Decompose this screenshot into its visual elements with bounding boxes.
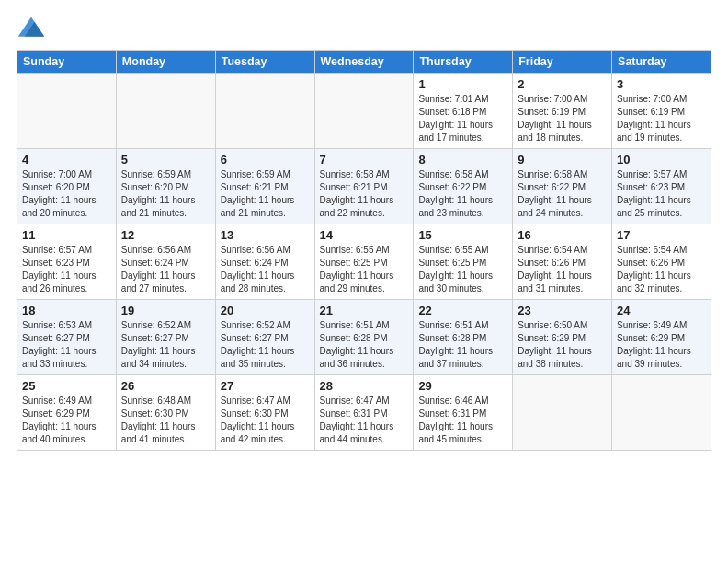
- day-number: 19: [121, 304, 210, 317]
- calendar-cell: 9Sunrise: 6:58 AM Sunset: 6:22 PM Daylig…: [513, 149, 612, 224]
- calendar-week-row: 25Sunrise: 6:49 AM Sunset: 6:29 PM Dayli…: [17, 375, 711, 451]
- cell-info: Sunrise: 6:51 AM Sunset: 6:28 PM Dayligh…: [418, 319, 507, 371]
- calendar-cell: 14Sunrise: 6:55 AM Sunset: 6:25 PM Dayli…: [314, 224, 414, 300]
- calendar-cell: 5Sunrise: 6:59 AM Sunset: 6:20 PM Daylig…: [116, 149, 215, 224]
- calendar-cell: 27Sunrise: 6:47 AM Sunset: 6:30 PM Dayli…: [215, 375, 314, 451]
- calendar-cell: 2Sunrise: 7:00 AM Sunset: 6:19 PM Daylig…: [513, 74, 612, 149]
- calendar-header-thursday: Thursday: [414, 51, 513, 74]
- day-number: 24: [617, 304, 706, 317]
- day-number: 13: [221, 228, 310, 242]
- cell-info: Sunrise: 6:52 AM Sunset: 6:27 PM Dayligh…: [221, 319, 310, 371]
- cell-info: Sunrise: 6:49 AM Sunset: 6:29 PM Dayligh…: [22, 395, 111, 446]
- calendar-cell: 10Sunrise: 6:57 AM Sunset: 6:23 PM Dayli…: [612, 149, 711, 224]
- calendar-header-friday: Friday: [513, 51, 612, 74]
- day-number: 2: [518, 77, 607, 91]
- calendar-cell: 13Sunrise: 6:56 AM Sunset: 6:24 PM Dayli…: [215, 224, 314, 300]
- cell-info: Sunrise: 6:53 AM Sunset: 6:27 PM Dayligh…: [22, 319, 111, 371]
- cell-info: Sunrise: 6:48 AM Sunset: 6:30 PM Dayligh…: [121, 395, 210, 446]
- cell-info: Sunrise: 6:58 AM Sunset: 6:22 PM Dayligh…: [518, 168, 607, 220]
- cell-info: Sunrise: 6:49 AM Sunset: 6:29 PM Dayligh…: [617, 319, 706, 371]
- calendar-cell: 26Sunrise: 6:48 AM Sunset: 6:30 PM Dayli…: [116, 375, 215, 451]
- calendar-cell: 15Sunrise: 6:55 AM Sunset: 6:25 PM Dayli…: [414, 224, 513, 300]
- calendar-week-row: 4Sunrise: 7:00 AM Sunset: 6:20 PM Daylig…: [17, 149, 711, 224]
- calendar-header-saturday: Saturday: [612, 51, 711, 74]
- calendar-week-row: 1Sunrise: 7:01 AM Sunset: 6:18 PM Daylig…: [17, 74, 711, 149]
- day-number: 29: [418, 379, 507, 393]
- calendar-cell: [612, 375, 711, 451]
- day-number: 5: [121, 153, 210, 167]
- day-number: 11: [22, 228, 111, 242]
- calendar-week-row: 18Sunrise: 6:53 AM Sunset: 6:27 PM Dayli…: [17, 300, 711, 375]
- day-number: 15: [418, 228, 507, 242]
- cell-info: Sunrise: 6:55 AM Sunset: 6:25 PM Dayligh…: [418, 244, 507, 295]
- calendar-header-sunday: Sunday: [17, 51, 117, 74]
- day-number: 3: [617, 77, 706, 91]
- calendar-week-row: 11Sunrise: 6:57 AM Sunset: 6:23 PM Dayli…: [17, 224, 711, 300]
- calendar: SundayMondayTuesdayWednesdayThursdayFrid…: [17, 50, 711, 451]
- calendar-header-monday: Monday: [116, 51, 215, 74]
- calendar-header-row: SundayMondayTuesdayWednesdayThursdayFrid…: [17, 51, 711, 74]
- cell-info: Sunrise: 6:58 AM Sunset: 6:21 PM Dayligh…: [320, 168, 409, 220]
- cell-info: Sunrise: 6:47 AM Sunset: 6:31 PM Dayligh…: [320, 395, 409, 446]
- cell-info: Sunrise: 6:54 AM Sunset: 6:26 PM Dayligh…: [617, 244, 706, 295]
- header: [17, 15, 711, 40]
- day-number: 12: [121, 228, 210, 242]
- cell-info: Sunrise: 6:52 AM Sunset: 6:27 PM Dayligh…: [121, 319, 210, 371]
- cell-info: Sunrise: 6:59 AM Sunset: 6:20 PM Dayligh…: [121, 168, 210, 220]
- logo: [17, 15, 50, 40]
- day-number: 4: [22, 153, 111, 167]
- cell-info: Sunrise: 6:58 AM Sunset: 6:22 PM Dayligh…: [418, 168, 507, 220]
- cell-info: Sunrise: 7:00 AM Sunset: 6:20 PM Dayligh…: [22, 168, 111, 220]
- calendar-cell: 3Sunrise: 7:00 AM Sunset: 6:19 PM Daylig…: [612, 74, 711, 149]
- calendar-cell: 28Sunrise: 6:47 AM Sunset: 6:31 PM Dayli…: [314, 375, 414, 451]
- day-number: 21: [320, 304, 409, 317]
- cell-info: Sunrise: 6:51 AM Sunset: 6:28 PM Dayligh…: [320, 319, 409, 371]
- cell-info: Sunrise: 6:56 AM Sunset: 6:24 PM Dayligh…: [121, 244, 210, 295]
- day-number: 6: [221, 153, 310, 167]
- calendar-cell: 17Sunrise: 6:54 AM Sunset: 6:26 PM Dayli…: [612, 224, 711, 300]
- cell-info: Sunrise: 7:00 AM Sunset: 6:19 PM Dayligh…: [518, 93, 607, 144]
- cell-info: Sunrise: 6:59 AM Sunset: 6:21 PM Dayligh…: [221, 168, 310, 220]
- calendar-cell: [116, 74, 215, 149]
- calendar-header-tuesday: Tuesday: [215, 51, 314, 74]
- calendar-cell: 1Sunrise: 7:01 AM Sunset: 6:18 PM Daylig…: [414, 74, 513, 149]
- day-number: 22: [418, 304, 507, 317]
- day-number: 17: [617, 228, 706, 242]
- calendar-cell: 25Sunrise: 6:49 AM Sunset: 6:29 PM Dayli…: [17, 375, 117, 451]
- calendar-cell: [513, 375, 612, 451]
- calendar-cell: [314, 74, 414, 149]
- calendar-header-wednesday: Wednesday: [314, 51, 414, 74]
- day-number: 26: [121, 379, 210, 393]
- calendar-cell: 19Sunrise: 6:52 AM Sunset: 6:27 PM Dayli…: [116, 300, 215, 375]
- cell-info: Sunrise: 6:57 AM Sunset: 6:23 PM Dayligh…: [22, 244, 111, 295]
- calendar-cell: 22Sunrise: 6:51 AM Sunset: 6:28 PM Dayli…: [414, 300, 513, 375]
- cell-info: Sunrise: 6:50 AM Sunset: 6:29 PM Dayligh…: [518, 319, 607, 371]
- day-number: 23: [518, 304, 607, 317]
- cell-info: Sunrise: 6:55 AM Sunset: 6:25 PM Dayligh…: [320, 244, 409, 295]
- day-number: 1: [418, 77, 507, 91]
- calendar-cell: 24Sunrise: 6:49 AM Sunset: 6:29 PM Dayli…: [612, 300, 711, 375]
- calendar-cell: 16Sunrise: 6:54 AM Sunset: 6:26 PM Dayli…: [513, 224, 612, 300]
- cell-info: Sunrise: 6:46 AM Sunset: 6:31 PM Dayligh…: [418, 395, 507, 446]
- calendar-cell: 12Sunrise: 6:56 AM Sunset: 6:24 PM Dayli…: [116, 224, 215, 300]
- calendar-cell: 21Sunrise: 6:51 AM Sunset: 6:28 PM Dayli…: [314, 300, 414, 375]
- day-number: 16: [518, 228, 607, 242]
- cell-info: Sunrise: 6:47 AM Sunset: 6:30 PM Dayligh…: [221, 395, 310, 446]
- calendar-cell: 23Sunrise: 6:50 AM Sunset: 6:29 PM Dayli…: [513, 300, 612, 375]
- calendar-cell: 7Sunrise: 6:58 AM Sunset: 6:21 PM Daylig…: [314, 149, 414, 224]
- day-number: 28: [320, 379, 409, 393]
- page: SundayMondayTuesdayWednesdayThursdayFrid…: [0, 0, 728, 563]
- day-number: 14: [320, 228, 409, 242]
- cell-info: Sunrise: 7:00 AM Sunset: 6:19 PM Dayligh…: [617, 93, 706, 144]
- day-number: 10: [617, 153, 706, 167]
- cell-info: Sunrise: 6:56 AM Sunset: 6:24 PM Dayligh…: [221, 244, 310, 295]
- calendar-cell: 20Sunrise: 6:52 AM Sunset: 6:27 PM Dayli…: [215, 300, 314, 375]
- calendar-cell: 11Sunrise: 6:57 AM Sunset: 6:23 PM Dayli…: [17, 224, 117, 300]
- cell-info: Sunrise: 6:57 AM Sunset: 6:23 PM Dayligh…: [617, 168, 706, 220]
- calendar-cell: [215, 74, 314, 149]
- day-number: 20: [221, 304, 310, 317]
- day-number: 9: [518, 153, 607, 167]
- calendar-cell: 6Sunrise: 6:59 AM Sunset: 6:21 PM Daylig…: [215, 149, 314, 224]
- cell-info: Sunrise: 7:01 AM Sunset: 6:18 PM Dayligh…: [418, 93, 507, 144]
- day-number: 25: [22, 379, 111, 393]
